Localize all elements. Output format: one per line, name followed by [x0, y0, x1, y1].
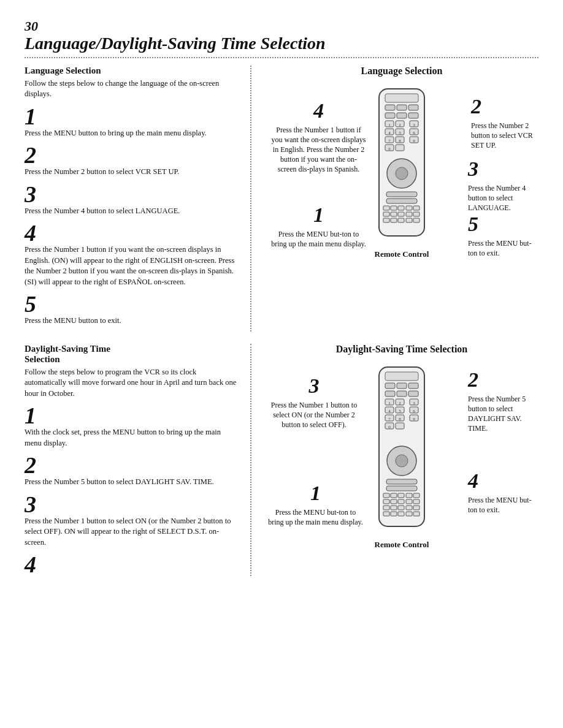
lang-step-4-num: 4	[25, 221, 239, 245]
svg-text:1: 1	[388, 401, 391, 406]
svg-rect-33	[383, 206, 389, 210]
svg-text:1: 1	[388, 123, 391, 127]
svg-rect-88	[398, 499, 404, 504]
svg-rect-92	[391, 506, 397, 510]
lang-step-3-num: 3	[25, 183, 239, 206]
svg-rect-42	[413, 212, 419, 216]
lang-step-1-text: Press the MENU button to bring up the ma…	[25, 128, 239, 139]
svg-rect-79	[386, 479, 417, 484]
dst-section-right-title: Daylight-Saving Time Selection	[265, 344, 538, 355]
svg-rect-82	[391, 493, 397, 498]
svg-text:9: 9	[413, 417, 415, 422]
svg-rect-83	[398, 493, 404, 498]
dst-intro: Follow the steps below to program the VC…	[25, 367, 239, 400]
svg-rect-90	[413, 499, 419, 504]
svg-text:6: 6	[413, 409, 415, 414]
svg-rect-100	[413, 512, 419, 516]
svg-rect-40	[398, 212, 404, 216]
svg-rect-31	[386, 192, 417, 197]
dst-annot-3: 3 Press the Number 1 button to select ON…	[268, 372, 360, 430]
svg-rect-50	[385, 383, 395, 389]
dst-step-4-num: 4	[25, 553, 239, 576]
lang-step-4-text: Press the Number 1 button if you want th…	[25, 245, 239, 287]
svg-rect-53	[385, 391, 395, 396]
svg-text:2: 2	[399, 123, 401, 127]
dst-step-3-text: Press the Number 1 button to select ON (…	[25, 516, 239, 548]
language-intro: Follow the steps below to change the lan…	[25, 78, 239, 100]
remote-control-dst-svg: 1 2 3 4 5 6 7 8 9 0	[374, 366, 429, 531]
svg-text:2: 2	[399, 401, 401, 406]
svg-rect-91	[383, 506, 389, 510]
svg-text:0: 0	[388, 425, 391, 430]
page-number: 30	[25, 18, 538, 34]
svg-rect-52	[408, 383, 418, 389]
svg-rect-1	[385, 94, 418, 102]
svg-rect-54	[397, 391, 407, 396]
svg-text:5: 5	[399, 409, 401, 414]
svg-rect-3	[397, 105, 407, 110]
svg-rect-6	[397, 113, 407, 118]
svg-rect-46	[406, 218, 412, 222]
svg-rect-97	[391, 512, 397, 516]
svg-rect-49	[385, 372, 418, 381]
dst-step-2-text: Press the Number 5 button to select DAYL…	[25, 477, 239, 488]
svg-text:4: 4	[388, 131, 391, 135]
svg-rect-44	[391, 218, 397, 222]
svg-rect-34	[391, 206, 397, 210]
dst-annot-1: 1 Press the MENU but-ton to bring up the…	[268, 479, 363, 527]
dst-section-left-title: Daylight-Saving TimeSelection	[25, 344, 239, 365]
svg-rect-87	[391, 499, 397, 504]
lang-annot-2: 2 Press the Number 2 button to select VC…	[471, 93, 538, 150]
lang-annot-5: 5 Press the MENU but-ton to exit.	[468, 210, 538, 258]
svg-text:3: 3	[413, 123, 415, 127]
svg-rect-95	[413, 506, 419, 510]
language-section-left-title: Language Selection	[25, 66, 239, 76]
svg-rect-37	[413, 206, 419, 210]
svg-rect-39	[391, 212, 397, 216]
dst-annot-4: 4 Press the MENU but-ton to exit.	[468, 467, 538, 515]
svg-rect-47	[413, 218, 419, 222]
svg-rect-43	[383, 218, 389, 222]
svg-rect-89	[406, 499, 412, 504]
svg-text:4: 4	[388, 409, 391, 414]
svg-rect-36	[406, 206, 412, 210]
lang-step-2-num: 2	[25, 143, 239, 167]
svg-rect-80	[386, 486, 417, 491]
svg-rect-41	[406, 212, 412, 216]
lang-step-3-text: Press the Number 4 button to select LANG…	[25, 206, 239, 217]
svg-rect-94	[406, 506, 412, 510]
dst-step-1-num: 1	[25, 404, 239, 427]
svg-rect-84	[406, 493, 412, 498]
svg-rect-81	[383, 493, 389, 498]
svg-text:7: 7	[388, 138, 391, 143]
lang-step-1-num: 1	[25, 105, 239, 128]
svg-rect-2	[385, 105, 395, 110]
svg-rect-45	[398, 218, 404, 222]
dst-remote-label: Remote Control	[265, 540, 538, 550]
svg-point-30	[396, 167, 408, 180]
svg-rect-27	[396, 145, 404, 151]
remote-control-svg: 1 2 3 4 5 6 7 8 9	[374, 88, 429, 241]
dst-step-3-num: 3	[25, 493, 239, 516]
svg-rect-99	[406, 512, 412, 516]
svg-rect-85	[413, 493, 419, 498]
svg-rect-98	[398, 512, 404, 516]
svg-rect-93	[398, 506, 404, 510]
svg-rect-96	[383, 512, 389, 516]
svg-text:3: 3	[413, 401, 415, 406]
svg-text:5: 5	[399, 131, 401, 135]
lang-annot-3: 3 Press the Number 4 button to select LA…	[468, 155, 538, 213]
svg-rect-86	[383, 499, 389, 504]
lang-step-5-text: Press the MENU button to exit.	[25, 316, 239, 327]
svg-rect-35	[398, 206, 404, 210]
svg-rect-75	[396, 423, 404, 429]
svg-rect-7	[408, 113, 418, 118]
svg-text:9: 9	[413, 138, 415, 143]
lang-annot-4: 4 Press the Number 1 button if you want …	[271, 97, 366, 175]
lang-step-2-text: Press the Number 2 button to select VCR …	[25, 167, 239, 178]
dst-step-1-text: With the clock set, press the MENU butto…	[25, 427, 239, 449]
svg-rect-5	[385, 113, 395, 118]
svg-text:0: 0	[388, 146, 391, 151]
language-section-right-title: Language Selection	[265, 66, 538, 77]
svg-text:6: 6	[413, 131, 415, 135]
